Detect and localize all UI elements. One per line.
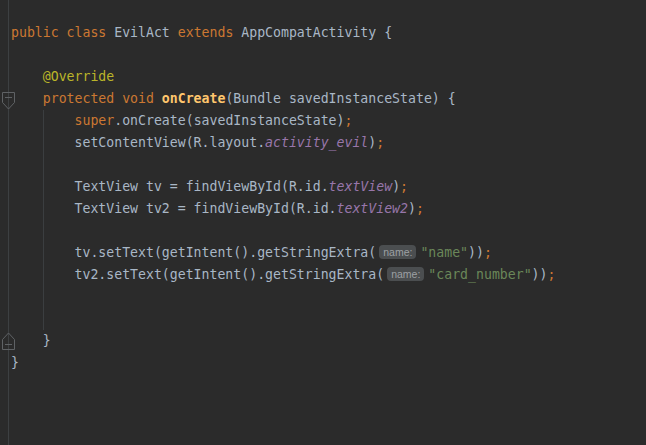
code-token-semicolon: ; [547,267,555,282]
code-line-12[interactable]: tv2.setText(getIntent().getStringExtra(n… [11,264,555,286]
code-token-plain: AppCompatActivity { [241,25,392,40]
code-token-plain: TextView tv = findViewById(R.id. [11,179,329,194]
code-token-annotation: @Override [43,69,114,84]
code-line-10[interactable] [11,220,555,242]
code-token-plain: ) [408,201,416,216]
code-line-6[interactable]: setContentView(R.layout.activity_evil); [11,132,555,154]
code-token-method_decl: onCreate [162,91,226,106]
code-token-static_field: textView [329,179,393,194]
code-line-13[interactable] [11,286,555,308]
gutter-separator [8,0,9,445]
code-token-string: "card_number" [428,267,531,282]
code-token-plain: setContentView(R.layout. [11,135,265,150]
code-editor[interactable]: public class EvilAct extends AppCompatAc… [0,0,646,445]
code-token-semicolon: ; [416,201,424,216]
code-token-semicolon: ; [400,179,408,194]
code-line-7[interactable] [11,154,555,176]
code-token-static_field: textView2 [337,201,408,216]
code-line-14[interactable] [11,308,555,330]
code-token-plain: } [11,333,51,348]
code-token-keyword: public class [11,25,114,40]
parameter-name-hint: name: [379,245,416,259]
code-token-plain: .onCreate(savedInstanceState) [114,113,344,128]
code-line-3[interactable]: @Override [11,66,555,88]
code-token-plain [11,91,43,106]
code-token-semicolon: ; [484,245,492,260]
code-token-keyword: protected void [43,91,162,106]
code-token-plain: tv2.setText(getIntent().getStringExtra( [11,267,384,282]
code-token-plain [11,113,75,128]
code-line-8[interactable]: TextView tv = findViewById(R.id.textView… [11,176,555,198]
code-line-4[interactable]: protected void onCreate(Bundle savedInst… [11,88,555,110]
code-token-plain: } [11,355,19,370]
code-token-plain [11,69,43,84]
code-token-plain: EvilAct [114,25,178,40]
code-token-static_field: activity_evil [265,135,368,150]
code-token-plain: TextView tv2 = findViewById(R.id. [11,201,337,216]
code-token-string: "name" [420,245,468,260]
code-token-plain: (Bundle savedInstanceState) { [225,91,455,106]
code-token-keyword: super [75,113,115,128]
code-line-2[interactable] [11,44,555,66]
code-line-16[interactable]: } [11,352,555,374]
code-line-15[interactable]: } [11,330,555,352]
code-token-semicolon: ; [376,135,384,150]
code-line-9[interactable]: TextView tv2 = findViewById(R.id.textVie… [11,198,555,220]
code-token-keyword: extends [178,25,242,40]
code-area[interactable]: public class EvilAct extends AppCompatAc… [11,22,555,374]
code-token-plain: ) [392,179,400,194]
code-token-semicolon: ; [344,113,352,128]
code-token-plain: )) [532,267,548,282]
code-line-1[interactable]: public class EvilAct extends AppCompatAc… [11,22,555,44]
parameter-name-hint: name: [387,267,424,281]
code-line-11[interactable]: tv.setText(getIntent().getStringExtra(na… [11,242,555,264]
code-line-5[interactable]: super.onCreate(savedInstanceState); [11,110,555,132]
code-token-plain: )) [468,245,484,260]
code-token-plain: tv.setText(getIntent().getStringExtra( [11,245,376,260]
